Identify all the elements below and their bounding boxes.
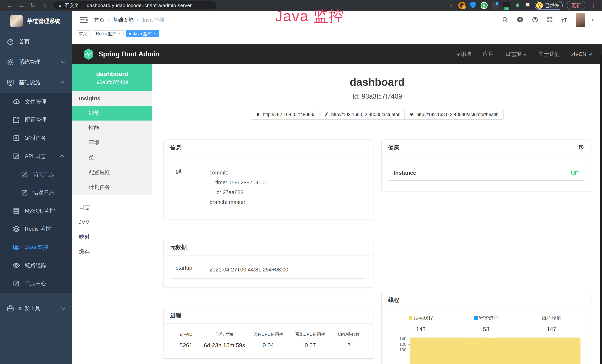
breadcrumb-infra[interactable]: 基础设施 — [113, 17, 133, 23]
extension-on-icon[interactable] — [503, 2, 510, 9]
info-card: 信息 git commit: time: 1596289704000 id: 2 — [163, 140, 373, 219]
startup-row: startup 2021-04-27T00:44:31.254+08:00 — [170, 265, 366, 278]
content-spacer — [72, 38, 602, 44]
tab-home[interactable]: 首页 — [76, 30, 90, 37]
address-bar[interactable]: ▲ 不安全 | dashboard.yudao.iocoder.cn/infra… — [54, 1, 216, 10]
tab-java-monitor[interactable]: Java 监控 × — [126, 30, 159, 37]
sba-body: dashboard 93a3fc7f7409 Insights 细节 性能 环境… — [72, 64, 602, 364]
sidebar-item-access-log[interactable]: 访问日志 — [0, 165, 72, 183]
hamburger-icon[interactable] — [80, 17, 87, 23]
app-logo[interactable]: 芋道管理系统 — [0, 11, 72, 32]
github-icon[interactable] — [517, 16, 523, 24]
home-icon — [256, 112, 260, 117]
sba-instance-header[interactable]: dashboard 93a3fc7f7409 — [72, 64, 152, 91]
service-url-button[interactable]: http://192.168.0.2:48080/ — [251, 109, 320, 120]
health-url-button[interactable]: http://192.168.0.2:48080/actuator/health — [404, 109, 504, 120]
extension-pin-icon[interactable] — [469, 2, 476, 9]
sba-nav-wallboard[interactable]: 应用墙 — [455, 50, 472, 58]
thread-stat-peak: 线程峰值 147 — [519, 315, 584, 333]
breadcrumb-home[interactable]: 首页 — [94, 17, 105, 23]
instance-id-subtitle: Id: 93a3fc7f7409 — [163, 93, 591, 100]
sba-instance-id: 93a3fc7f7409 — [97, 79, 128, 85]
sidebar-item-job[interactable]: 定时任务 — [0, 129, 72, 147]
user-avatar[interactable] — [576, 13, 585, 27]
browser-scrollbar[interactable] — [600, 55, 602, 364]
sba-brand[interactable]: Spring Boot Admin — [83, 48, 159, 60]
sba-item-environment[interactable]: 环境 — [72, 135, 152, 150]
sba-item-classes[interactable]: 类 — [72, 150, 152, 165]
fullscreen-icon[interactable] — [547, 17, 553, 23]
sidebar-item-home[interactable]: 首页 — [0, 32, 72, 52]
sidebar-item-mysql[interactable]: MySQL 监控 — [0, 202, 72, 220]
legend-live-swatch — [409, 316, 412, 320]
sba-item-jvm[interactable]: JVM — [72, 215, 152, 230]
chevron-up-icon — [60, 81, 64, 85]
sidebar-item-java-monitor[interactable]: Java 监控 — [0, 238, 72, 256]
sba-insights-section: Insights 细节 性能 环境 类 配置属性 计划任务 — [72, 91, 152, 195]
extension-y-icon[interactable]: y — [481, 2, 488, 9]
actuator-url-button[interactable]: http://192.168.0.2:48080/actuator — [319, 109, 405, 120]
home-icon[interactable]: ⌂ — [39, 1, 49, 10]
sba-item-scheduled-tasks[interactable]: 计划任务 — [72, 180, 152, 195]
process-stat: 系统CPU使用率 0.07 — [289, 332, 331, 349]
instance-health-row[interactable]: Instance UP — [388, 170, 584, 181]
search-icon[interactable] — [502, 17, 508, 23]
sba-item-metrics[interactable]: 性能 — [72, 120, 152, 135]
close-icon[interactable]: × — [153, 32, 156, 36]
close-icon[interactable]: × — [118, 32, 120, 36]
extension-leaf-icon[interactable] — [514, 2, 521, 9]
tab-redis-monitor[interactable]: Redis 监控 × — [93, 30, 124, 37]
update-button[interactable]: 更新 — [567, 1, 585, 10]
help-icon[interactable] — [532, 17, 538, 23]
sidebar-item-file[interactable]: 文件管理 — [0, 93, 72, 111]
briefcase-icon — [7, 305, 14, 312]
health-card: 健康 Instance UP — [382, 140, 591, 191]
sidebar-item-infra[interactable]: 基础设施 — [0, 72, 72, 93]
page-title: dashboard — [163, 76, 591, 88]
sba-sidebar: dashboard 93a3fc7f7409 Insights 细节 性能 环境… — [72, 64, 152, 364]
user-menu-caret-icon[interactable]: ▼ — [591, 18, 595, 22]
svg-text:100: 100 — [399, 347, 406, 352]
sba-logo-icon — [83, 48, 94, 60]
sba-item-caches[interactable]: 缓存 — [72, 244, 152, 259]
sidebar-item-trace[interactable]: 链路追踪 — [0, 256, 72, 274]
startup-label: startup — [170, 265, 210, 275]
history-icon[interactable] — [578, 144, 584, 151]
sidebar-item-dev-tools[interactable]: 研发工具 — [0, 298, 72, 319]
sba-nav-about[interactable]: 关于我们 — [538, 50, 560, 58]
reload-icon[interactable]: ↻ — [28, 1, 37, 10]
chevron-down-icon — [589, 52, 592, 56]
breadcrumb: 首页 / 基础设施 / Java 监控 — [94, 17, 164, 23]
sba-item-details[interactable]: 细节 — [72, 106, 152, 120]
sba-item-config-props[interactable]: 配置属性 — [72, 165, 152, 180]
breadcrumb-separator: / — [108, 17, 109, 23]
bookmark-star-icon[interactable]: ☆ — [449, 2, 454, 9]
sidebar-item-redis[interactable]: Redis 监控 — [0, 220, 72, 238]
process-stat: 运行时间 6d 23h 15m 59s — [202, 332, 247, 349]
back-icon[interactable]: ← — [5, 1, 14, 10]
sidebar-submenu-infra: 文件管理 配置管理 定时任务 API 日志 访问日志 — [0, 93, 72, 293]
sba-item-mappings[interactable]: 映射 — [72, 230, 152, 244]
process-card-title: 进程 — [163, 307, 373, 323]
browser-menu-icon[interactable]: ⋮ — [589, 2, 597, 9]
cloud-upload-icon — [13, 98, 20, 106]
sidebar-item-error-log[interactable]: 错误日志 — [0, 183, 72, 202]
sba-nav-journal[interactable]: 日志报表 — [505, 50, 527, 58]
extension-icon[interactable] — [458, 2, 465, 9]
process-stat: 进程ID 5261 — [170, 332, 202, 349]
sidebar-item-system[interactable]: 系统管理 — [0, 52, 72, 72]
extension-grid-icon[interactable] — [492, 2, 499, 9]
sidebar-item-log-center[interactable]: 日志中心 — [0, 274, 72, 293]
sba-item-logs[interactable]: 日志 — [72, 200, 152, 215]
sidebar-item-config[interactable]: 配置管理 — [0, 111, 72, 129]
sba-locale-select[interactable]: zh-CN — [571, 51, 591, 57]
font-size-icon[interactable]: TT — [562, 17, 567, 23]
process-card-body: 进程ID 5261 运行时间 6d 23h 15m 59s 进程CPU使用率 — [163, 323, 373, 358]
health-card-body: Instance UP — [382, 156, 591, 191]
paused-label: 已暂停 — [545, 2, 559, 9]
sba-nav-applications[interactable]: 应用 — [483, 50, 494, 58]
profile-paused-badge[interactable]: 已暂停 — [535, 1, 563, 10]
sidebar-item-api-log[interactable]: API 日志 — [0, 147, 72, 165]
forward-icon[interactable]: → — [16, 1, 26, 10]
extensions-puzzle-icon[interactable] — [525, 2, 531, 9]
